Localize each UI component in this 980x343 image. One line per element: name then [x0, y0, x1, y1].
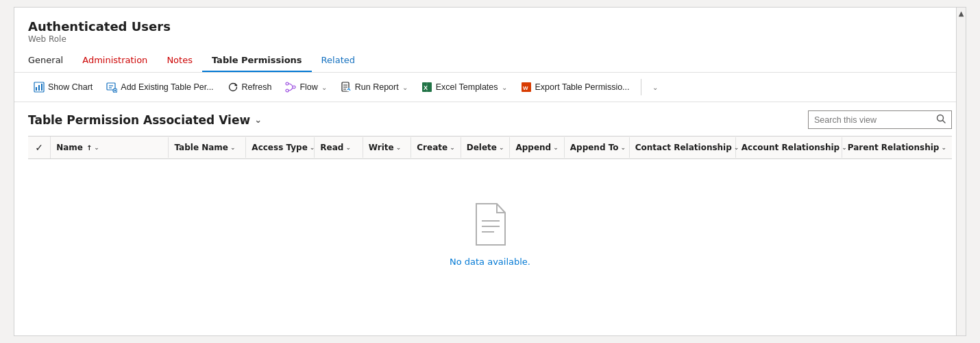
col-read-chevron: ⌄	[345, 144, 351, 151]
excel-chevron: ⌄	[502, 84, 507, 91]
col-table-chevron: ⌄	[230, 144, 236, 151]
svg-rect-2	[38, 85, 40, 91]
col-name-label: Name	[56, 143, 83, 152]
col-parent-chevron: ⌄	[941, 144, 946, 151]
col-header-contact[interactable]: Contact Relationship ⌄	[630, 137, 736, 158]
col-header-name[interactable]: Name ↑ ⌄	[51, 137, 169, 158]
flow-icon	[285, 82, 296, 93]
flow-chevron: ⌄	[321, 84, 327, 91]
col-header-appendto[interactable]: Append To ⌄	[565, 137, 630, 158]
more-options-button[interactable]: ⌄	[647, 80, 663, 95]
col-header-append[interactable]: Append ⌄	[510, 137, 564, 158]
scroll-up-arrow[interactable]: ▲	[959, 9, 964, 19]
export-icon: W	[521, 82, 532, 93]
add-existing-icon	[106, 82, 117, 93]
flow-button[interactable]: Flow ⌄	[280, 78, 332, 96]
card-header: Authenticated Users Web Role General Adm…	[14, 8, 966, 73]
col-header-delete[interactable]: Delete ⌄	[461, 137, 511, 158]
export-label: Export Table Permissio...	[535, 82, 630, 92]
refresh-button[interactable]: Refresh	[222, 78, 278, 96]
svg-text:W: W	[523, 85, 528, 91]
svg-point-10	[286, 82, 289, 85]
run-report-chevron: ⌄	[402, 84, 408, 91]
view-title-chevron-icon[interactable]: ⌄	[254, 115, 262, 125]
col-header-parent[interactable]: Parent Relationship ⌄	[842, 137, 952, 158]
col-header-check[interactable]: ✓	[28, 137, 51, 158]
col-header-read[interactable]: Read ⌄	[315, 137, 363, 158]
col-name-chevron: ⌄	[94, 144, 99, 151]
svg-point-12	[293, 86, 295, 88]
tabs-container: General Administration Notes Table Permi…	[28, 49, 952, 72]
check-icon: ✓	[35, 142, 43, 153]
more-chevron-icon: ⌄	[652, 84, 658, 91]
add-existing-button[interactable]: Add Existing Table Per...	[101, 78, 219, 96]
col-create-chevron: ⌄	[450, 144, 455, 151]
view-section: Table Permission Associated View ⌄ ✓	[14, 102, 966, 308]
col-table-label: Table Name	[174, 143, 228, 152]
col-delete-chevron: ⌄	[499, 144, 504, 151]
col-header-write[interactable]: Write ⌄	[363, 137, 411, 158]
col-parent-label: Parent Relationship	[848, 143, 940, 152]
export-button[interactable]: W Export Table Permissio...	[515, 78, 635, 96]
show-chart-label: Show Chart	[48, 82, 93, 92]
col-name-sort-asc: ↑	[86, 144, 92, 152]
col-append-label: Append	[515, 143, 551, 152]
col-appendto-chevron: ⌄	[621, 144, 626, 151]
tab-notes[interactable]: Notes	[157, 49, 202, 72]
run-report-label: Run Report	[355, 82, 399, 92]
tab-related[interactable]: Related	[312, 49, 365, 72]
svg-point-11	[286, 89, 289, 92]
refresh-icon	[228, 82, 238, 93]
tab-administration[interactable]: Administration	[73, 49, 157, 72]
grid-header: ✓ Name ↑ ⌄ Table Name ⌄ Access Type ⌄	[28, 137, 952, 159]
col-access-label: Access Type	[252, 143, 307, 152]
run-report-icon	[341, 82, 352, 93]
run-report-button[interactable]: Run Report ⌄	[335, 78, 413, 96]
col-read-label: Read	[320, 143, 343, 152]
col-append-chevron: ⌄	[553, 144, 559, 151]
scrollbar[interactable]: ▲	[956, 8, 966, 335]
main-card: Authenticated Users Web Role General Adm…	[14, 7, 966, 336]
grid-container: ✓ Name ↑ ⌄ Table Name ⌄ Access Type ⌄	[28, 136, 952, 308]
view-header: Table Permission Associated View ⌄	[28, 110, 952, 129]
refresh-label: Refresh	[242, 82, 272, 92]
record-subtitle: Web Role	[28, 34, 952, 44]
col-header-account[interactable]: Account Relationship ⌄	[736, 137, 842, 158]
toolbar-separator	[641, 79, 641, 95]
svg-line-24	[943, 121, 946, 123]
empty-state-icon	[469, 200, 511, 248]
excel-templates-button[interactable]: X Excel Templates ⌄	[416, 78, 513, 96]
col-header-table[interactable]: Table Name ⌄	[169, 137, 246, 158]
col-delete-label: Delete	[467, 143, 497, 152]
empty-state-message: No data available.	[450, 257, 530, 267]
record-title: Authenticated Users	[28, 19, 952, 34]
search-button[interactable]	[936, 114, 946, 126]
show-chart-button[interactable]: Show Chart	[28, 78, 98, 96]
svg-rect-3	[41, 84, 42, 91]
col-account-label: Account Relationship	[742, 143, 840, 152]
show-chart-icon	[34, 82, 45, 93]
col-write-chevron: ⌄	[396, 144, 402, 151]
tab-general[interactable]: General	[28, 49, 73, 72]
toolbar: Show Chart Add Existing Table Per...	[14, 73, 966, 102]
view-title-text: Table Permission Associated View	[28, 113, 250, 127]
view-title-container: Table Permission Associated View ⌄	[28, 113, 262, 127]
search-input[interactable]	[814, 115, 932, 125]
excel-icon: X	[421, 82, 432, 93]
tab-table-permissions[interactable]: Table Permissions	[202, 49, 312, 72]
add-existing-label: Add Existing Table Per...	[121, 82, 213, 92]
col-appendto-label: Append To	[570, 143, 619, 152]
col-write-label: Write	[369, 143, 394, 152]
empty-state: No data available.	[28, 159, 952, 308]
search-box	[808, 110, 952, 129]
col-access-chevron: ⌄	[310, 144, 315, 151]
col-create-label: Create	[417, 143, 448, 152]
excel-templates-label: Excel Templates	[436, 82, 498, 92]
col-header-access[interactable]: Access Type ⌄	[246, 137, 315, 158]
svg-rect-1	[36, 87, 37, 91]
col-contact-label: Contact Relationship	[635, 143, 732, 152]
flow-label: Flow	[299, 82, 317, 92]
col-header-create[interactable]: Create ⌄	[411, 137, 461, 158]
